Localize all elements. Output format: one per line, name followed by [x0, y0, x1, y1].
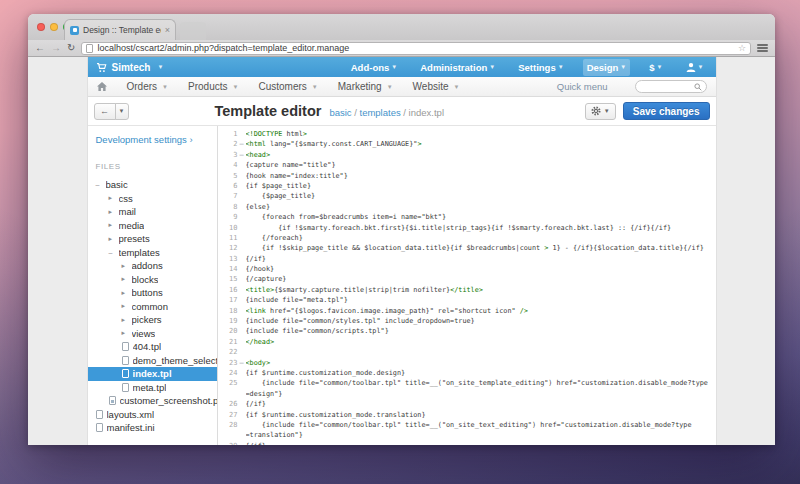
expand-icon[interactable]: ▸	[109, 194, 119, 202]
back-nav-icon[interactable]: ←	[35, 43, 45, 53]
development-settings-link[interactable]: Development settings ›	[88, 134, 217, 145]
file-tree-item[interactable]: ▸addons	[88, 259, 217, 273]
fold-marker-icon[interactable]: –	[238, 151, 246, 159]
close-window-button[interactable]	[37, 23, 45, 31]
code-line[interactable]: 14{/hook}	[218, 265, 716, 275]
file-tree-item[interactable]: ▸common	[88, 300, 217, 314]
minimize-window-button[interactable]	[50, 23, 58, 31]
code-line[interactable]: 11 {/foreach}	[218, 234, 716, 244]
code-line[interactable]: 28 {include file="common/toolbar.tpl" ti…	[218, 421, 716, 431]
home-icon[interactable]	[97, 82, 107, 91]
file-tree-item[interactable]: demo_theme_selector.tpl	[88, 354, 217, 368]
menubar-item-website[interactable]: Website▼	[413, 81, 460, 92]
expand-icon[interactable]: ▸	[109, 221, 119, 229]
quick-menu-link[interactable]: Quick menu	[557, 81, 608, 92]
expand-icon[interactable]: ▸	[122, 289, 132, 297]
code-line[interactable]: 7 {$page_title}	[218, 192, 716, 202]
code-text[interactable]: <html lang="{$smarty.const.CART_LANGUAGE…	[246, 140, 716, 148]
code-line[interactable]: 9 {foreach from=$breadcrumbs item=i name…	[218, 213, 716, 223]
fold-marker-icon[interactable]: –	[238, 140, 246, 148]
code-text[interactable]: {include file="common/scripts.tpl"}	[246, 327, 716, 335]
code-line[interactable]: 12 {if !$skip_page_title && $location_da…	[218, 244, 716, 254]
file-tree-item[interactable]: –templates	[88, 246, 217, 260]
file-tree-item[interactable]: layouts.xml	[88, 408, 217, 422]
code-text[interactable]: {if $page_title}	[246, 182, 716, 190]
file-tree-item[interactable]: ▸mail	[88, 205, 217, 219]
code-text[interactable]: {if $runtime.customization_mode.translat…	[246, 411, 716, 419]
search-input[interactable]	[635, 80, 707, 93]
code-line[interactable]: 13{/if}	[218, 255, 716, 265]
code-text[interactable]: {/hook}	[246, 265, 716, 273]
code-text[interactable]: =translation"}	[246, 431, 716, 439]
code-line[interactable]: 18<link href="{$logos.favicon.image.imag…	[218, 307, 716, 317]
browser-menu-icon[interactable]	[757, 44, 768, 52]
file-tree-item[interactable]: customer_screenshot.png	[88, 394, 217, 408]
breadcrumb-link[interactable]: templates	[360, 107, 401, 118]
menubar-item-customers[interactable]: Customers▼	[258, 81, 317, 92]
forward-nav-icon[interactable]: →	[51, 43, 61, 53]
code-text[interactable]: {foreach from=$breadcrumbs item=i name="…	[246, 213, 716, 221]
code-line[interactable]: 1<!DOCTYPE html>	[218, 130, 716, 140]
code-text[interactable]: <!DOCTYPE html>	[246, 130, 716, 138]
topbar-item-$[interactable]: $▼	[645, 59, 666, 76]
menubar-item-orders[interactable]: Orders▼	[127, 81, 169, 92]
code-text[interactable]: {hook name="index:title"}	[246, 172, 716, 180]
code-line[interactable]: 27{if $runtime.customization_mode.transl…	[218, 411, 716, 421]
expand-icon[interactable]: ▸	[122, 329, 132, 337]
file-tree-item[interactable]: meta.tpl	[88, 381, 217, 395]
code-line[interactable]: 26{/if}	[218, 400, 716, 410]
code-line[interactable]: 25 {include file="common/toolbar.tpl" ti…	[218, 379, 716, 389]
tab-close-icon[interactable]: ×	[165, 26, 170, 35]
code-line[interactable]: 17{include file="meta.tpl"}	[218, 296, 716, 306]
settings-dropdown-button[interactable]: ▼	[585, 103, 616, 120]
code-line[interactable]: 2–<html lang="{$smarty.const.CART_LANGUA…	[218, 140, 716, 150]
back-button[interactable]: ←	[94, 103, 116, 120]
browser-tab[interactable]: Design :: Template editor ×	[64, 19, 176, 40]
store-switcher[interactable]: Simtech ▼	[96, 62, 164, 73]
code-line[interactable]: 29{/if}	[218, 442, 716, 445]
reload-icon[interactable]: ↻	[67, 43, 75, 53]
code-line[interactable]: 6{if $page_title}	[218, 182, 716, 192]
code-text[interactable]: {include file="meta.tpl"}	[246, 296, 716, 304]
code-line[interactable]: 21</head>	[218, 338, 716, 348]
file-tree-item[interactable]: ▸presets	[88, 232, 217, 246]
code-text[interactable]: {else}	[246, 203, 716, 211]
code-line[interactable]: 16<title>{$smarty.capture.title|strip|tr…	[218, 286, 716, 296]
breadcrumb-link[interactable]: basic	[329, 107, 351, 118]
code-line[interactable]: 5{hook name="index:title"}	[218, 172, 716, 182]
fold-marker-icon[interactable]: –	[238, 359, 246, 367]
topbar-item-settings[interactable]: Settings▼	[514, 59, 567, 76]
file-tree-item[interactable]: –basic	[88, 178, 217, 192]
code-line-wrap[interactable]: =design"}	[218, 390, 716, 400]
save-changes-button[interactable]: Save changes	[623, 102, 710, 120]
bookmark-star-icon[interactable]: ☆	[738, 44, 746, 53]
menubar-item-products[interactable]: Products▼	[188, 81, 238, 92]
file-tree-item[interactable]: ▸css	[88, 192, 217, 206]
file-tree-item[interactable]: 404.tpl	[88, 340, 217, 354]
code-line[interactable]: 15{/capture}	[218, 275, 716, 285]
file-tree-item[interactable]: ▸buttons	[88, 286, 217, 300]
code-line[interactable]: 3–<head>	[218, 151, 716, 161]
code-text[interactable]: <body>	[246, 359, 716, 367]
code-text[interactable]: <head>	[246, 151, 716, 159]
file-tree-item[interactable]: ▸views	[88, 327, 217, 341]
code-line[interactable]: 10 {if !$smarty.foreach.bkt.first}{$i.ti…	[218, 224, 716, 234]
expand-icon[interactable]: ▸	[122, 262, 132, 270]
code-text[interactable]: {include file="common/styles.tpl" includ…	[246, 317, 716, 325]
code-text[interactable]: {/foreach}	[246, 234, 716, 242]
file-tree-item[interactable]: ▸blocks	[88, 273, 217, 287]
code-line[interactable]: 8{else}	[218, 203, 716, 213]
code-text[interactable]: {include file="common/toolbar.tpl" title…	[246, 379, 716, 387]
topbar-item-add-ons[interactable]: Add-ons▼	[347, 59, 401, 76]
back-dropdown-button[interactable]: ▼	[115, 103, 129, 120]
topbar-item-design[interactable]: Design▼	[583, 59, 631, 76]
code-text[interactable]: <link href="{$logos.favicon.image.image_…	[246, 307, 716, 315]
file-tree-item[interactable]: manifest.ini	[88, 421, 217, 435]
code-text[interactable]: {if $runtime.customization_mode.design}	[246, 369, 716, 377]
code-text[interactable]: </head>	[246, 338, 716, 346]
code-text[interactable]: {$page_title}	[246, 192, 716, 200]
code-line-wrap[interactable]: =translation"}	[218, 431, 716, 441]
code-text[interactable]: {include file="common/toolbar.tpl" title…	[246, 421, 716, 429]
expand-icon[interactable]: ▸	[122, 302, 132, 310]
file-tree-item[interactable]: index.tpl	[88, 367, 217, 381]
